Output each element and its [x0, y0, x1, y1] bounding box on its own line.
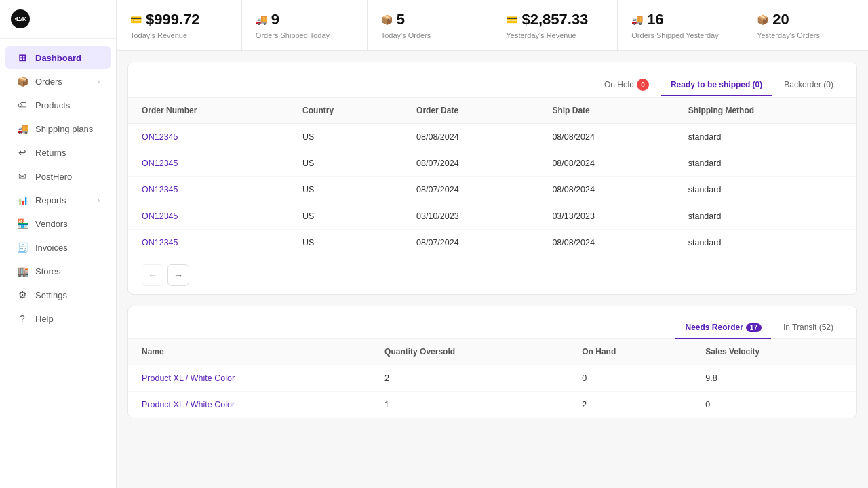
sidebar-item-invoices[interactable]: 🧾 Invoices	[5, 236, 111, 259]
order-link[interactable]: ON12345	[142, 211, 178, 221]
inventory-tab-in-transit[interactable]: In Transit (52)	[774, 317, 843, 339]
stat-orders-shipped-today: 🚚 9 Orders Shipped Today	[242, 0, 368, 50]
order-number-cell[interactable]: ON12345	[128, 150, 289, 177]
sidebar-item-dashboard[interactable]: ⊞ Dashboard	[5, 46, 111, 69]
shipping-plans-icon: 🚚	[16, 123, 28, 134]
order-number-cell[interactable]: ON12345	[128, 177, 289, 203]
inventory-col-quantity-oversold: Quantity Oversold	[371, 339, 568, 365]
stat-top: 💳 $2,857.33	[506, 11, 604, 28]
inventory-col-sales-velocity: Sales Velocity	[692, 339, 856, 365]
stat-top: 🚚 9	[256, 11, 353, 28]
stat-top: 🚚 16	[631, 11, 729, 28]
order-number-cell[interactable]: ON12345	[128, 203, 289, 230]
vendors-icon: 🏪	[16, 218, 28, 229]
orders-icon: 📦	[16, 76, 28, 87]
order-date-cell: 08/08/2024	[403, 124, 538, 150]
shipping-method-cell: standard	[675, 230, 856, 256]
orders-shipped-today-label: Orders Shipped Today	[256, 31, 353, 39]
prev-page-button[interactable]: ←	[142, 264, 163, 286]
order-number-cell[interactable]: ON12345	[128, 230, 289, 256]
settings-icon: ⚙	[16, 289, 28, 300]
product-link[interactable]: Product XL / White Color	[142, 400, 235, 409]
logo: •LVK	[0, 0, 116, 39]
order-link[interactable]: ON12345	[142, 185, 178, 195]
order-link[interactable]: ON12345	[142, 159, 178, 168]
sidebar-label-returns: Returns	[35, 148, 100, 158]
todays-orders-icon: 📦	[381, 14, 393, 25]
yesterdays-revenue-icon: 💳	[506, 14, 517, 25]
inventory-header: Needs Reorder17In Transit (52)	[128, 306, 856, 339]
next-page-button[interactable]: →	[167, 264, 189, 286]
shipping-method-cell: standard	[675, 124, 856, 150]
order-link[interactable]: ON12345	[142, 238, 178, 247]
orders-tab-backorder[interactable]: Backorder (0)	[774, 75, 843, 96]
inventory-tab-needs-reorder[interactable]: Needs Reorder17	[675, 317, 771, 339]
orders-shipped-yesterday-value: 16	[647, 11, 663, 28]
orders-tab-on-hold[interactable]: On Hold0	[595, 73, 658, 98]
country-cell: US	[289, 150, 403, 177]
yesterdays-revenue-label: Yesterday's Revenue	[506, 31, 604, 39]
shipping-method-cell: standard	[675, 177, 856, 203]
todays-revenue-value: $999.72	[146, 11, 200, 28]
sidebar-item-shipping-plans[interactable]: 🚚 Shipping plans	[5, 117, 111, 140]
inventory-tabs: Needs Reorder17In Transit (52)	[675, 317, 843, 338]
sidebar-item-settings[interactable]: ⚙ Settings	[5, 283, 111, 306]
order-link[interactable]: ON12345	[142, 132, 178, 142]
table-row: Product XL / White Color 1 2 0	[128, 392, 856, 418]
inventory-section: Needs Reorder17In Transit (52) NameQuant…	[127, 306, 857, 418]
table-row: ON12345 US 08/07/2024 08/08/2024 standar…	[128, 177, 856, 203]
todays-revenue-icon: 💳	[130, 14, 142, 25]
inventory-col-name: Name	[128, 339, 371, 365]
sidebar-label-invoices: Invoices	[35, 243, 100, 253]
orders-col-shipping-method: Shipping Method	[675, 98, 856, 124]
ship-date-cell: 03/13/2023	[538, 203, 674, 230]
todays-revenue-label: Today's Revenue	[130, 31, 228, 39]
country-cell: US	[289, 203, 403, 230]
posthero-icon: ✉	[16, 171, 28, 182]
sidebar-item-returns[interactable]: ↩ Returns	[5, 141, 111, 164]
product-name-cell[interactable]: Product XL / White Color	[128, 392, 371, 418]
country-cell: US	[289, 177, 403, 203]
quantity-oversold-cell: 2	[371, 365, 568, 392]
logo-icon: •LVK	[11, 9, 30, 28]
sidebar-item-vendors[interactable]: 🏪 Vendors	[5, 212, 111, 235]
ship-date-cell: 08/08/2024	[538, 150, 674, 177]
table-row: Product XL / White Color 2 0 9.8	[128, 365, 856, 392]
sidebar-item-stores[interactable]: 🏬 Stores	[5, 260, 111, 283]
sidebar-item-help[interactable]: ? Help	[5, 307, 111, 330]
needs-reorder-badge: 17	[746, 323, 762, 332]
sidebar-nav: ⊞ Dashboard 📦 Orders › 🏷 Products 🚚 Ship…	[0, 39, 116, 488]
products-icon: 🏷	[16, 100, 28, 110]
orders-tabs: On Hold0Ready to be shipped (0)Backorder…	[595, 73, 843, 97]
sidebar-item-orders[interactable]: 📦 Orders ›	[5, 70, 111, 93]
stat-yesterdays-revenue: 💳 $2,857.33 Yesterday's Revenue	[492, 0, 618, 50]
sidebar-item-posthero[interactable]: ✉ PostHero	[5, 165, 111, 188]
product-name-cell[interactable]: Product XL / White Color	[128, 365, 371, 392]
sidebar-item-products[interactable]: 🏷 Products	[5, 94, 111, 117]
orders-shipped-today-icon: 🚚	[256, 14, 267, 25]
country-cell: US	[289, 230, 403, 256]
orders-shipped-today-value: 9	[271, 11, 279, 28]
yesterdays-revenue-value: $2,857.33	[521, 11, 588, 28]
quantity-oversold-cell: 1	[371, 392, 568, 418]
dashboard-icon: ⊞	[16, 52, 28, 63]
invoices-icon: 🧾	[16, 242, 28, 253]
sidebar-label-posthero: PostHero	[35, 171, 100, 182]
orders-col-ship-date: Ship Date	[538, 98, 674, 124]
sidebar: •LVK ⊞ Dashboard 📦 Orders › 🏷 Products 🚚…	[0, 0, 117, 488]
stat-todays-revenue: 💳 $999.72 Today's Revenue	[117, 0, 242, 50]
sidebar-item-reports[interactable]: 📊 Reports ›	[5, 188, 111, 211]
chevron-icon: ›	[98, 78, 100, 85]
stat-top: 📦 5	[381, 11, 479, 28]
stat-yesterdays-orders: 📦 20 Yesterday's Orders	[743, 0, 868, 50]
chevron-icon: ›	[98, 197, 100, 204]
orders-col-order-number: Order Number	[128, 98, 289, 124]
sidebar-label-vendors: Vendors	[35, 219, 100, 229]
product-link[interactable]: Product XL / White Color	[142, 373, 235, 383]
ship-date-cell: 08/08/2024	[538, 177, 674, 203]
order-number-cell[interactable]: ON12345	[128, 124, 289, 150]
ship-date-cell: 08/08/2024	[538, 124, 674, 150]
orders-tab-ready-to-ship[interactable]: Ready to be shipped (0)	[661, 75, 772, 96]
sidebar-label-settings: Settings	[35, 290, 100, 300]
sidebar-label-orders: Orders	[35, 77, 91, 87]
